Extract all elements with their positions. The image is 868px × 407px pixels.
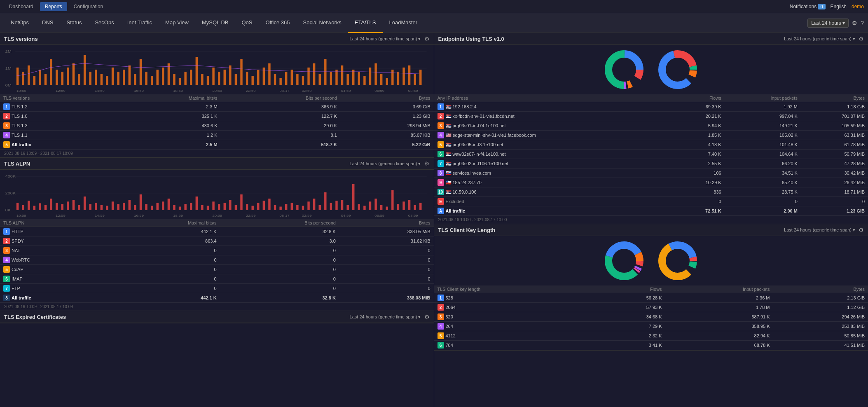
col-ip: Any IP address [434, 94, 674, 102]
col-bytes: Bytes [340, 94, 434, 102]
svg-rect-30 [151, 76, 153, 85]
nav-office365[interactable]: Office 365 [259, 13, 297, 33]
svg-rect-19 [89, 72, 91, 85]
tls-client-key-time[interactable]: Last 24 hours (generic time span) ▾ [784, 227, 855, 233]
svg-text:22:59: 22:59 [246, 89, 256, 92]
table-row: 7🇷🇸prg03s02-in-f106.1e100.net2.55 K66.20… [434, 159, 868, 168]
tls-alpn-settings[interactable]: ⚙ [424, 160, 430, 167]
svg-rect-13 [56, 70, 58, 85]
svg-rect-145 [285, 204, 287, 210]
tls-versions-time[interactable]: Last 24 hours (generic time span) ▾ [350, 36, 421, 42]
tls-client-key-settings[interactable]: ⚙ [859, 227, 864, 233]
notifications-button[interactable]: Notifications 0 [790, 4, 826, 9]
user-menu[interactable]: demo [852, 4, 864, 9]
top-nav-right: Notifications 0 English demo [790, 4, 864, 9]
svg-rect-32 [162, 68, 164, 85]
nav-eta-tls[interactable]: ETA/TLS [348, 13, 383, 33]
svg-rect-71 [380, 74, 382, 85]
svg-rect-57 [302, 76, 304, 85]
row-label: IMAP [12, 276, 23, 281]
table-row: 152856.28 K2.36 M2.13 GiB [434, 293, 868, 303]
svg-text:06:59: 06:59 [374, 89, 384, 92]
svg-rect-164 [391, 190, 393, 210]
svg-rect-49 [257, 70, 259, 85]
svg-rect-161 [374, 199, 377, 210]
language-selector[interactable]: English [831, 4, 847, 9]
endpoints-tls-header: Endpoints Using TLS v1.0 Last 24 hours (… [434, 33, 868, 45]
tls-alpn-time[interactable]: Last 24 hours (generic time span) ▾ [350, 161, 421, 166]
nav-configuration[interactable]: Configuration [69, 2, 108, 11]
svg-rect-15 [67, 68, 69, 85]
svg-text:06:59: 06:59 [374, 214, 384, 217]
nav-dns[interactable]: DNS [35, 13, 60, 33]
tls-expired-time[interactable]: Last 24 hours (generic time span) ▾ [350, 314, 421, 320]
svg-rect-123 [162, 201, 164, 210]
svg-rect-107 [73, 200, 75, 210]
svg-rect-43 [224, 70, 226, 85]
row-label: NAT [12, 248, 20, 253]
svg-rect-118 [134, 205, 136, 210]
svg-rect-77 [414, 74, 416, 85]
row-label: xx-fbcdn-shv-01-vie1.fbcdn.net [453, 114, 515, 119]
nav-secops[interactable]: SecOps [88, 13, 120, 33]
tls-client-key-title: TLS Client Key Length [438, 227, 496, 233]
svg-text:12:59: 12:59 [56, 214, 66, 217]
right-panel: Endpoints Using TLS v1.0 Last 24 hours (… [434, 33, 868, 407]
svg-rect-97 [16, 203, 19, 210]
svg-rect-111 [95, 203, 97, 210]
nav-netops[interactable]: NetOps [4, 13, 35, 33]
svg-text:08:59: 08:59 [408, 89, 418, 92]
row-label: TLS 1.0 [12, 114, 28, 119]
row-label: 784 [446, 343, 453, 348]
row-label: WebRTC [12, 257, 30, 262]
tls-key-donut-1 [604, 240, 645, 281]
main-content: TLS versions Last 24 hours (generic time… [0, 33, 868, 407]
tls-versions-settings[interactable]: ⚙ [424, 35, 430, 42]
svg-rect-115 [117, 204, 119, 210]
nav-mysql-db[interactable]: MySQL DB [195, 13, 235, 33]
table-row: 6🇷🇸waw02s07-in-f4.1e100.net7.40 K104.64 … [434, 150, 868, 159]
svg-rect-159 [363, 206, 365, 210]
svg-rect-105 [61, 204, 63, 210]
svg-rect-23 [112, 68, 114, 85]
nav-inet-traffic[interactable]: Inet Traffic [121, 13, 159, 33]
nav-qos[interactable]: QoS [235, 13, 259, 33]
nav-map-view[interactable]: Map View [159, 13, 195, 33]
endpoints-tls-table: Any IP address Flows Input packets Bytes… [434, 94, 868, 216]
table-row: EExcluded000 [434, 197, 868, 206]
time-selector-button[interactable]: Last 24 hours ▾ [807, 19, 849, 28]
nav-social-networks[interactable]: Social Networks [297, 13, 348, 33]
svg-rect-22 [106, 76, 108, 85]
endpoints-tls-time[interactable]: Last 24 hours (generic time span) ▾ [784, 36, 855, 42]
svg-rect-8 [28, 65, 30, 85]
endpoints-tls-title: Endpoints Using TLS v1.0 [438, 36, 504, 42]
svg-rect-14 [61, 72, 63, 85]
endpoints-donut-2 [657, 49, 698, 90]
svg-rect-150 [313, 199, 315, 210]
svg-rect-156 [346, 205, 349, 210]
svg-rect-69 [369, 68, 371, 85]
row-label: All traffic [12, 142, 31, 147]
table-row: 5All traffic2.5 M518.7 K5.22 GiB [0, 140, 434, 150]
help-icon[interactable]: ? [861, 20, 864, 26]
nav-reports[interactable]: Reports [40, 2, 67, 11]
table-row: 4WebRTC000 [0, 255, 434, 265]
svg-text:08-17: 08-17 [279, 89, 290, 92]
svg-rect-165 [397, 204, 399, 210]
nav-loadmaster[interactable]: LoadMaster [383, 13, 424, 33]
svg-rect-108 [78, 205, 80, 210]
endpoints-tls-settings[interactable]: ⚙ [859, 35, 864, 42]
nav-dashboard[interactable]: Dashboard [4, 2, 38, 11]
row-label: HTTP [12, 229, 23, 234]
table-row: 67843.41 K68.78 K41.51 MiB [434, 341, 868, 350]
svg-rect-168 [414, 205, 416, 210]
svg-rect-37 [190, 70, 192, 85]
nav-status[interactable]: Status [60, 13, 89, 33]
settings-icon[interactable]: ⚙ [852, 20, 857, 26]
svg-rect-131 [207, 206, 209, 210]
tls-expired-title: TLS Expired Certificates [4, 314, 66, 320]
tls-expired-settings[interactable]: ⚙ [424, 313, 430, 320]
svg-rect-41 [212, 68, 214, 85]
svg-rect-144 [279, 207, 281, 210]
svg-rect-78 [419, 70, 421, 85]
